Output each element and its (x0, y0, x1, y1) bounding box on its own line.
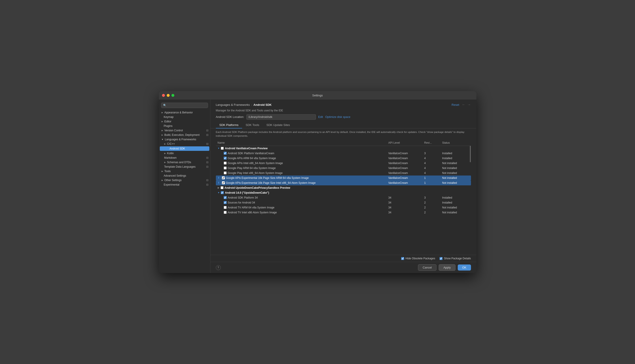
sidebar-item-other[interactable]: ▶ Other Settings ⊟ (159, 178, 210, 182)
table-header: Name API Level Revi... Status (216, 140, 471, 146)
show-package-checkbox[interactable] (440, 257, 443, 260)
nav-back-icon[interactable]: ← (462, 103, 466, 107)
reset-button[interactable]: Reset (452, 103, 459, 106)
sdk-location-links: Edit Optimize disk space (318, 116, 350, 118)
sidebar-item-advanced[interactable]: Advanced Settings (159, 174, 210, 178)
expand-icon: ▶ (162, 179, 163, 181)
table-row-selected[interactable]: ⬇ Google APIs Experimental 16k Page Size… (216, 180, 471, 185)
ok-button[interactable]: OK (458, 264, 471, 270)
row-checkbox[interactable] (224, 206, 227, 209)
row-checkbox[interactable] (224, 157, 227, 160)
download-icon: ⬇ (218, 181, 221, 184)
sidebar-item-cpp[interactable]: ▶ C/C++ ⊟ (159, 142, 210, 146)
sidebar-item-template[interactable]: Template Data Languages ⊟ (159, 164, 210, 169)
badge-icon: ⊟ (206, 161, 208, 164)
sidebar-item-editor[interactable]: ▶ Editor (159, 119, 210, 124)
bottom-options: Hide Obsolete Packages Show Package Deta… (210, 255, 476, 262)
collapse-icon[interactable]: ▶ (218, 186, 219, 189)
expand-icon: ▶ (164, 161, 166, 164)
col-name: Name (218, 141, 388, 144)
maximize-button[interactable] (171, 94, 174, 97)
table-row: Android TV ARM 64 v8a System Image 34 2 … (216, 205, 471, 210)
main-panel: Languages & Frameworks › Android SDK Res… (210, 100, 476, 273)
close-button[interactable] (162, 94, 165, 97)
group-vanilla-name: ▼ Android VanillaIceCream Preview (218, 147, 388, 150)
group-privacy-sandbox: ▶ Android UpsideDownCakePrivacySandbox P… (216, 185, 471, 190)
tab-tools[interactable]: SDK Tools (242, 122, 263, 128)
group-vanilla: ▼ Android VanillaIceCream Preview (216, 146, 471, 151)
row-checkbox[interactable] (224, 211, 227, 214)
expand-icon: ▼ (162, 138, 164, 140)
breadcrumb-separator: › (251, 103, 252, 106)
show-package-option: Show Package Details (440, 257, 471, 260)
badge-icon: ⊟ (206, 156, 208, 159)
expand-icon: ▶ (164, 152, 166, 154)
table-row: Android SDK Platform VanillaIceCream Van… (216, 151, 471, 156)
row-checkbox[interactable] (224, 172, 227, 174)
row-checkbox[interactable] (222, 181, 225, 184)
sidebar-item-languages[interactable]: ▼ Languages & Frameworks (159, 137, 210, 142)
expand-icon: ▶ (162, 170, 163, 172)
help-button[interactable]: ? (216, 265, 221, 270)
sidebar-item-schemas[interactable]: ▶ Schemas and DTDs ⊟ (159, 160, 210, 164)
tab-platforms[interactable]: SDK Platforms (216, 122, 242, 128)
search-icon: 🔍 (163, 104, 166, 107)
row-checkbox[interactable] (224, 201, 227, 204)
sdk-location-label: Android SDK Location: (216, 116, 244, 118)
sidebar-item-android-sdk[interactable]: Android SDK (160, 146, 209, 151)
row-checkbox[interactable] (224, 162, 227, 164)
nav-arrows: ← → (462, 103, 471, 107)
row-checkbox[interactable] (224, 196, 227, 199)
table-row: Google Play Intel x86_64 Atom System Ima… (216, 170, 471, 176)
table-description: Each Android SDK Platform package includ… (210, 128, 476, 140)
settings-window: Settings 🔍 ▶ Appearance & Behavior Keyma… (159, 91, 476, 273)
nav-forward-icon[interactable]: → (467, 103, 471, 107)
sdk-location-input[interactable] (246, 114, 316, 120)
group-checkbox[interactable] (221, 186, 223, 189)
badge-icon: ⊟ (206, 142, 208, 146)
sidebar: 🔍 ▶ Appearance & Behavior Keymap ▶ Edito… (159, 100, 210, 273)
sidebar-item-kotlin[interactable]: ▶ Kotlin (159, 151, 210, 156)
sidebar-item-appearance[interactable]: ▶ Appearance & Behavior (159, 110, 210, 115)
table-row: Android SDK Platform 34 34 3 Installed (216, 195, 471, 200)
search-input[interactable] (168, 104, 206, 107)
expand-icon: ▶ (162, 129, 163, 132)
table-row: Google APIs ARM 64 v8a System Image Vani… (216, 156, 471, 161)
sidebar-item-markdown[interactable]: Markdown ⊟ (159, 156, 210, 160)
collapse-icon[interactable]: ▼ (218, 147, 220, 150)
apply-button[interactable]: Apply (439, 264, 456, 271)
tab-update-sites[interactable]: SDK Update Sites (263, 122, 293, 128)
sidebar-item-version-control[interactable]: ▶ Version Control ⊟ (159, 128, 210, 133)
row-checkbox[interactable] (224, 152, 227, 155)
hide-obsolete-option: Hide Obsolete Packages (401, 257, 435, 260)
breadcrumb-parent: Languages & Frameworks (216, 103, 250, 106)
sdk-location-row: Android SDK Location: Edit Optimize disk… (210, 112, 476, 120)
badge-icon: ⊟ (206, 129, 208, 132)
badge-icon: ⊟ (206, 165, 208, 168)
row-checkbox[interactable] (222, 176, 225, 179)
row-checkbox[interactable] (224, 166, 227, 170)
sidebar-item-build[interactable]: ▶ Build, Execution, Deployment ⊟ (159, 133, 210, 137)
window-title: Settings (312, 94, 323, 97)
cancel-button[interactable]: Cancel (418, 264, 436, 271)
sidebar-item-keymap[interactable]: Keymap (159, 115, 210, 119)
collapse-icon[interactable]: ▼ (218, 192, 220, 194)
sidebar-item-plugins[interactable]: Plugins (159, 124, 210, 128)
edit-button[interactable]: Edit (318, 116, 323, 118)
col-api: API Level (388, 141, 424, 144)
group-checkbox[interactable] (221, 191, 224, 194)
optimize-button[interactable]: Optimize disk space (325, 116, 351, 118)
minimize-button[interactable] (167, 94, 170, 97)
badge-icon: ⊟ (206, 183, 208, 186)
table-row-selected[interactable]: ⬇ Google APIs Experimental 16k Page Size… (216, 176, 471, 180)
download-icon: ⬇ (218, 176, 221, 179)
sidebar-item-tools[interactable]: ▶ Tools (159, 169, 210, 174)
hide-obsolete-checkbox[interactable] (401, 257, 404, 260)
main-header: Languages & Frameworks › Android SDK Res… (210, 100, 476, 107)
badge-icon: ⊟ (206, 179, 208, 182)
search-box[interactable]: 🔍 (161, 103, 208, 108)
table-row: Android TV Intel x86 Atom System Image 3… (216, 210, 471, 215)
group-vanilla-checkbox[interactable] (221, 147, 224, 150)
group-android14: ▼ Android 14.0 ("UpsideDownCake") (216, 190, 471, 195)
sidebar-item-experimental[interactable]: Experimental ⊟ (159, 182, 210, 187)
